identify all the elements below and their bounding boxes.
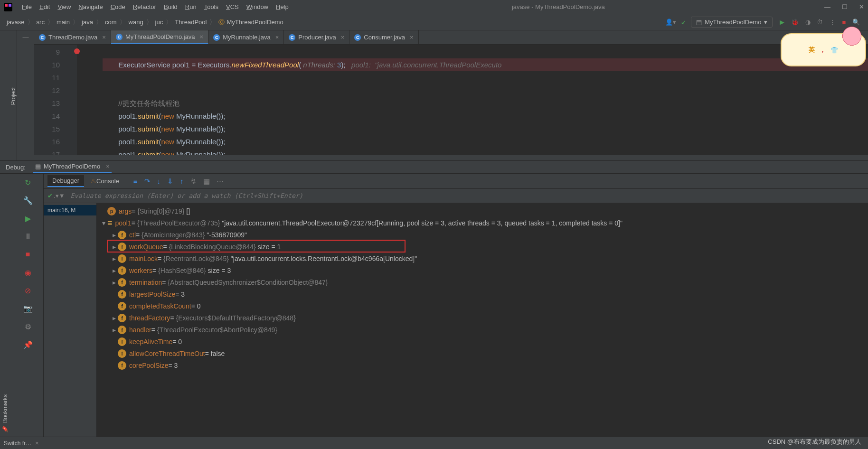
close-icon[interactable]: × bbox=[35, 440, 39, 447]
collapse-icon[interactable]: — bbox=[23, 33, 29, 40]
console-tab[interactable]: ♨Console bbox=[86, 176, 124, 187]
variable-row[interactable]: fallowCoreThreadTimeOut = false bbox=[97, 347, 868, 359]
variable-row[interactable]: ▸fthreadFactory = {Executors$DefaultThre… bbox=[97, 312, 868, 324]
maximize-icon[interactable]: ☐ bbox=[842, 3, 848, 10]
debug-session-tab[interactable]: ▤ MyThreadPoolDemo × bbox=[33, 161, 112, 173]
menu-tools[interactable]: Tools bbox=[200, 3, 222, 10]
variable-row[interactable]: fkeepAliveTime = 0 bbox=[97, 336, 868, 347]
switch-frames-label[interactable]: Switch fr… bbox=[4, 440, 31, 447]
expand-icon[interactable]: ▸ bbox=[110, 326, 118, 334]
stop-debug-icon[interactable]: ■ bbox=[23, 250, 33, 259]
variable-row[interactable]: ▸ftermination = {AbstractQueuedSynchroni… bbox=[97, 276, 868, 288]
variable-row[interactable]: flargestPoolSize = 3 bbox=[97, 288, 868, 300]
expand-icon[interactable]: ▾ bbox=[100, 219, 107, 227]
mute-breakpoints-icon[interactable]: ⊘ bbox=[23, 286, 33, 295]
close-icon[interactable]: × bbox=[410, 34, 414, 41]
breadcrumb-item[interactable]: java bbox=[81, 19, 94, 26]
evaluate-icon[interactable]: ⋯ bbox=[217, 177, 224, 186]
project-toolwindow-tab[interactable]: Project bbox=[10, 84, 17, 108]
run-to-cursor-icon[interactable]: ▦ bbox=[203, 177, 210, 186]
editor-tab[interactable]: CThreadDemo.java× bbox=[34, 30, 111, 44]
menu-run[interactable]: Run bbox=[181, 3, 200, 10]
rerun-icon[interactable]: ↻ bbox=[23, 178, 33, 187]
thread-dump-icon[interactable]: 📷 bbox=[23, 304, 33, 313]
coverage-icon[interactable]: ◑ bbox=[805, 19, 811, 26]
breadcrumb-item[interactable]: main bbox=[56, 19, 71, 26]
editor-tab[interactable]: CMyRunnable.java× bbox=[208, 30, 284, 44]
drop-frame-icon[interactable]: ↯ bbox=[190, 177, 197, 186]
menu-file[interactable]: File bbox=[18, 3, 36, 10]
menu-refactor[interactable]: Refactor bbox=[129, 3, 160, 10]
breadcrumb-item[interactable]: ⒸMyThreadPoolDemo bbox=[217, 19, 284, 26]
breadcrumb-item[interactable]: juc bbox=[154, 19, 164, 26]
variable-row[interactable]: ▸fworkers = {HashSet@846} size = 3 bbox=[97, 264, 868, 276]
editor-tab[interactable]: CMyThreadPoolDemo.java× bbox=[111, 30, 208, 44]
menu-edit[interactable]: Edit bbox=[36, 3, 54, 10]
close-icon[interactable]: × bbox=[106, 163, 110, 170]
variable-row[interactable]: ▸fworkQueue = {LinkedBlockingQueue@844} … bbox=[97, 241, 868, 253]
variable-row[interactable]: ▾≡pool1 = {ThreadPoolExecutor@735} "java… bbox=[97, 217, 868, 229]
code-editor[interactable]: 91011121314151617 ExecutorService pool1 … bbox=[34, 45, 868, 155]
variable-row[interactable]: ▸fhandler = {ThreadPoolExecutor$AbortPol… bbox=[97, 324, 868, 336]
expand-icon[interactable]: ▸ bbox=[110, 314, 118, 322]
evaluate-expression-input[interactable] bbox=[65, 192, 868, 199]
menu-vcs[interactable]: VCS bbox=[222, 3, 243, 10]
run-icon[interactable]: ▶ bbox=[780, 19, 784, 26]
variable-row[interactable]: fcompletedTaskCount = 0 bbox=[97, 300, 868, 312]
vcs-update-icon[interactable]: ↙ bbox=[681, 19, 686, 26]
menu-code[interactable]: Code bbox=[107, 3, 129, 10]
step-into-icon[interactable]: ↓ bbox=[157, 177, 161, 186]
frames-panel[interactable]: main:16, M bbox=[44, 203, 97, 437]
editor-tab[interactable]: CConsumer.java× bbox=[349, 30, 418, 44]
modify-run-icon[interactable]: 🔧 bbox=[23, 196, 33, 205]
filter-icon[interactable]: ▾ bbox=[56, 192, 59, 199]
expand-icon[interactable]: ▸ bbox=[110, 243, 118, 251]
settings-icon[interactable]: ⚙ bbox=[23, 322, 33, 331]
user-icon[interactable]: 👤▾ bbox=[665, 19, 676, 26]
pin-icon[interactable]: 📌 bbox=[23, 340, 33, 349]
run-config-selector[interactable]: ▤ MyThreadPoolDemo ▾ bbox=[691, 17, 773, 28]
accept-icon[interactable]: ✔ bbox=[47, 192, 53, 199]
breadcrumb-item[interactable]: javase bbox=[6, 19, 26, 26]
code-content[interactable]: ExecutorService pool1 = Executors.newFix… bbox=[77, 45, 868, 155]
expand-icon[interactable]: ▸ bbox=[110, 255, 118, 262]
view-breakpoints-icon[interactable]: ◉ bbox=[23, 268, 33, 277]
resume-icon[interactable]: ▶ bbox=[23, 214, 33, 223]
step-over-icon[interactable]: ↷ bbox=[144, 177, 151, 186]
expand-icon[interactable]: ▸ bbox=[110, 267, 118, 274]
variables-panel[interactable]: pargs = {String[0]@719} []▾≡pool1 = {Thr… bbox=[97, 203, 868, 437]
breadcrumb-item[interactable]: wang bbox=[128, 19, 144, 26]
step-out-icon[interactable]: ↑ bbox=[180, 177, 184, 186]
force-step-into-icon[interactable]: ⇓ bbox=[167, 177, 173, 186]
menu-help[interactable]: Help bbox=[272, 3, 292, 10]
attach-icon[interactable]: ⋮ bbox=[830, 19, 836, 26]
variable-row[interactable]: fcorePoolSize = 3 bbox=[97, 359, 868, 371]
bookmarks-tab[interactable]: Bookmarks bbox=[2, 394, 9, 423]
horizontal-scrollbar[interactable] bbox=[34, 155, 868, 160]
stack-frame[interactable]: main:16, M bbox=[44, 205, 96, 215]
close-icon[interactable]: × bbox=[200, 33, 204, 40]
breadcrumb-item[interactable]: src bbox=[36, 19, 46, 26]
bookmarks-icon[interactable]: 🔖 bbox=[2, 426, 9, 433]
menu-window[interactable]: Window bbox=[243, 3, 272, 10]
expand-icon[interactable]: ▸ bbox=[110, 231, 118, 239]
minimize-icon[interactable]: — bbox=[824, 3, 830, 10]
close-window-icon[interactable]: ✕ bbox=[859, 3, 864, 10]
menu-build[interactable]: Build bbox=[160, 3, 181, 10]
debugger-tab[interactable]: Debugger bbox=[47, 175, 84, 187]
stop-icon[interactable]: ■ bbox=[842, 19, 846, 26]
chevron-down-icon[interactable]: ▼ bbox=[59, 192, 65, 199]
show-execution-icon[interactable]: ≡ bbox=[133, 177, 138, 186]
expand-icon[interactable]: ▸ bbox=[110, 279, 118, 286]
variable-row[interactable]: ▸fctl = {AtomicInteger@843} "-536870909" bbox=[97, 229, 868, 241]
breadcrumb-item[interactable]: ThreadPool bbox=[174, 19, 208, 26]
menu-view[interactable]: View bbox=[54, 3, 75, 10]
variable-row[interactable]: pargs = {String[0]@719} [] bbox=[97, 205, 868, 217]
variable-row[interactable]: ▸fmainLock = {ReentrantLock@845} "java.u… bbox=[97, 253, 868, 264]
close-icon[interactable]: × bbox=[341, 34, 345, 41]
breadcrumb-item[interactable]: com bbox=[104, 19, 118, 26]
pause-icon[interactable]: ⏸ bbox=[23, 232, 33, 241]
menu-navigate[interactable]: Navigate bbox=[75, 3, 106, 10]
close-icon[interactable]: × bbox=[102, 34, 106, 41]
editor-tab[interactable]: CProducer.java× bbox=[284, 30, 349, 44]
